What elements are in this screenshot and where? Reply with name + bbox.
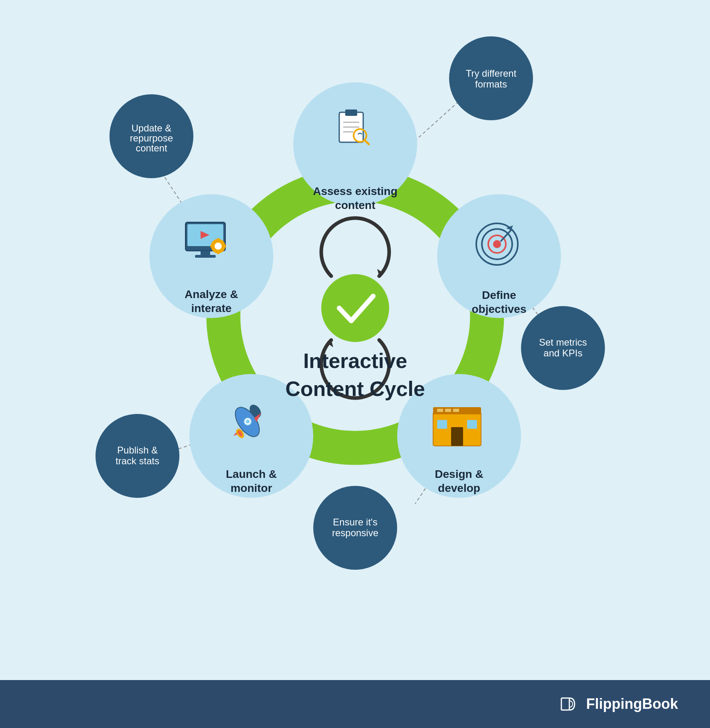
ensure-label-2: responsive [332, 527, 378, 538]
footer-logo: FlippingBook [561, 696, 678, 712]
svg-point-35 [215, 243, 222, 250]
svg-rect-39 [223, 245, 226, 247]
center-title-line1: Interactive [303, 349, 407, 372]
cycle-arrow-1 [321, 218, 389, 276]
center-green-circle [321, 274, 389, 342]
define-label-2: objectives [471, 303, 526, 315]
svg-rect-16 [437, 420, 447, 429]
svg-rect-37 [217, 251, 219, 254]
svg-rect-18 [437, 409, 443, 412]
center-title-line2: Content Cycle [285, 377, 425, 400]
svg-rect-20 [453, 409, 459, 412]
svg-rect-36 [217, 238, 219, 241]
define-label-1: Define [482, 289, 516, 301]
svg-rect-40 [561, 698, 569, 710]
svg-rect-32 [195, 255, 216, 258]
diagram-svg: Interactive Content Cycle [76, 20, 635, 660]
svg-rect-17 [467, 420, 477, 429]
svg-rect-38 [210, 245, 213, 247]
assess-label-2: content [335, 199, 375, 211]
update-label-3: content [135, 143, 167, 153]
update-label-2: repurpose [129, 133, 173, 143]
analyze-label-1: Analyze & [185, 288, 238, 300]
launch-label-2: monitor [230, 482, 272, 494]
analyze-label-2: interate [191, 302, 231, 314]
design-icon [433, 407, 481, 446]
try-formats-label-2: formats [475, 79, 507, 90]
svg-point-26 [246, 420, 250, 424]
footer-brand-name: FlippingBook [586, 696, 678, 712]
launch-label-1: Launch & [226, 468, 277, 480]
define-icon [476, 223, 518, 265]
svg-rect-19 [445, 409, 451, 412]
ensure-label-1: Ensure it's [333, 517, 377, 527]
svg-rect-1 [345, 109, 357, 116]
try-formats-label-1: Try different [465, 68, 516, 79]
design-label-1: Design & [435, 468, 483, 480]
flippingbook-logo-icon [561, 696, 581, 712]
set-metrics-label-1: Set metrics [539, 337, 587, 348]
svg-point-10 [493, 240, 501, 248]
footer: FlippingBook [0, 680, 710, 728]
set-metrics-label-2: and KPIs [543, 348, 582, 358]
publish-label-2: track stats [115, 455, 159, 466]
design-label-2: develop [438, 482, 480, 494]
svg-rect-15 [451, 427, 463, 446]
assess-label-1: Assess existing [313, 185, 398, 197]
diagram-container: Interactive Content Cycle [0, 0, 710, 680]
publish-label-1: Publish & [117, 445, 157, 455]
update-label-1: Update & [131, 123, 171, 133]
